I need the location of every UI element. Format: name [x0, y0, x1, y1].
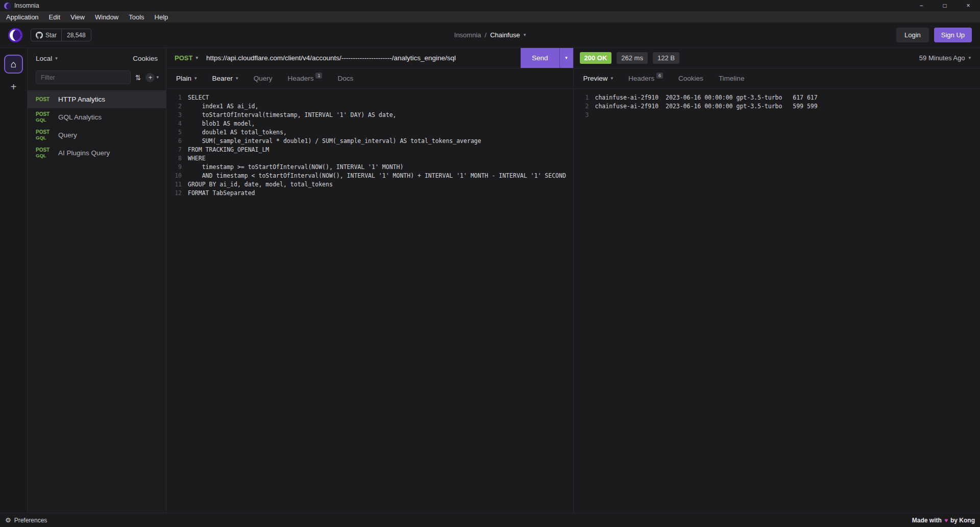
menu-item[interactable]: View: [65, 13, 90, 21]
home-icon: ⌂: [11, 59, 16, 70]
line-number: 3: [166, 111, 188, 119]
tab-label: Query: [254, 75, 273, 82]
method-column: POST: [36, 97, 53, 102]
url-input[interactable]: [203, 48, 521, 68]
line-number: 12: [166, 189, 188, 198]
login-button[interactable]: Login: [896, 28, 929, 42]
line-number: 8: [166, 154, 188, 163]
tab-badge: 1: [315, 73, 322, 79]
code-line: 11 GROUP BY ai_id, date, model, total_to…: [166, 180, 573, 189]
request-list-item[interactable]: POST GQL GQL Analytics: [28, 108, 166, 126]
code-line: 3 toStartOfInterval(timestamp, INTERVAL …: [166, 111, 573, 119]
chevron-down-icon: ▾: [565, 56, 568, 60]
maximize-icon[interactable]: □: [933, 0, 957, 11]
method-label: POST: [36, 129, 53, 135]
plus-icon: +: [11, 81, 17, 92]
close-icon[interactable]: ×: [957, 0, 980, 11]
code-text: FROM TRACKING_OPENAI_LM: [188, 146, 269, 154]
code-text: index1 AS ai_id,: [188, 102, 258, 111]
tab-label: Preview: [583, 75, 608, 82]
line-number: 6: [166, 137, 188, 146]
request-list-item[interactable]: POST HTTP Analytics: [28, 90, 166, 108]
request-tab[interactable]: Docs: [330, 68, 361, 88]
tab-label: Cookies: [678, 75, 703, 82]
response-text: chainfuse-ai-2f910 2023-06-16 00:00:00 g…: [595, 102, 818, 111]
chevron-down-icon: ▾: [968, 56, 971, 60]
code-line: 4 blob1 AS model,: [166, 119, 573, 128]
breadcrumb-workspace: Chainfuse: [490, 31, 520, 39]
response-line: 3: [574, 111, 980, 119]
github-icon: [36, 32, 43, 39]
line-number: 9: [166, 163, 188, 172]
minimize-icon[interactable]: −: [910, 0, 933, 11]
code-text: SUM(_sample_interval * double1) / SUM(_s…: [188, 137, 481, 146]
request-list-item[interactable]: POST GQL Query: [28, 126, 166, 144]
window-controls: − □ ×: [910, 0, 980, 11]
request-body-editor[interactable]: 1 SELECT 2 index1 AS ai_id, 3 toStartOfI…: [166, 89, 573, 513]
insomnia-logo-icon: [8, 28, 22, 42]
add-project-button[interactable]: +: [11, 82, 17, 92]
chevron-down-icon: ▾: [194, 76, 197, 81]
filter-row: ⇅ + ▾: [28, 68, 166, 89]
menu-item[interactable]: Help: [150, 13, 174, 21]
star-button[interactable]: Star: [31, 29, 61, 41]
menu-item[interactable]: Tools: [124, 13, 149, 21]
response-line: 2 chainfuse-ai-2f910 2023-06-16 00:00:00…: [574, 102, 980, 111]
response-tab[interactable]: Headers 6: [621, 68, 671, 88]
cookies-button[interactable]: Cookies: [133, 55, 158, 62]
tab-label: Headers: [628, 75, 654, 82]
tab-label: Docs: [337, 75, 353, 82]
response-tab[interactable]: Timeline: [711, 68, 752, 88]
response-body: 1 chainfuse-ai-2f910 2023-06-16 00:00:00…: [574, 89, 980, 513]
header-actions: Login Sign Up: [896, 28, 972, 42]
github-star-widget[interactable]: Star 28,548: [31, 29, 91, 41]
code-line: 7 FROM TRACKING_OPENAI_LM: [166, 146, 573, 154]
insomnia-app: { "icons": { "chevron_down": "▾", "minim…: [0, 0, 980, 527]
breadcrumb[interactable]: Insomnia / Chainfuse ▾: [454, 31, 526, 39]
response-tab[interactable]: Cookies: [671, 68, 711, 88]
code-text: SELECT: [188, 93, 209, 102]
footer: ⚙ Preferences Made with ♥ by Kong: [0, 513, 980, 527]
sort-icon[interactable]: ⇅: [135, 74, 141, 82]
request-tab[interactable]: Plain ▾: [168, 68, 205, 88]
sidebar-top-bar: Local ▾ Cookies: [28, 48, 166, 68]
line-number: 1: [574, 93, 595, 102]
line-number: 7: [166, 146, 188, 154]
preferences-label: Preferences: [14, 517, 47, 524]
filter-input[interactable]: [36, 70, 131, 84]
environment-selector[interactable]: Local ▾: [36, 55, 58, 62]
gql-tag: GQL: [36, 135, 53, 140]
sidebar: Local ▾ Cookies ⇅ + ▾ POST HTTP Analyt: [28, 48, 166, 513]
signup-button[interactable]: Sign Up: [934, 28, 972, 42]
code-text: toStartOfInterval(timestamp, INTERVAL '1…: [188, 111, 397, 119]
method-selector[interactable]: POST ▾: [166, 48, 203, 68]
send-button[interactable]: Send: [521, 48, 559, 68]
menu-item[interactable]: Window: [90, 13, 124, 21]
code-line: 10 AND timestamp < toStartOfInterval(NOW…: [166, 172, 573, 180]
menu-item[interactable]: Application: [1, 13, 44, 21]
request-list-item[interactable]: POST GQL AI Plugins Query: [28, 144, 166, 162]
line-number: 1: [166, 93, 188, 102]
by-kong-text: by Kong: [950, 517, 975, 524]
response-history-dropdown[interactable]: 59 Minutes Ago ▾: [919, 54, 974, 62]
request-tab[interactable]: Query: [246, 68, 280, 88]
menu-item[interactable]: Edit: [44, 13, 65, 21]
response-panel: 200 OK 262 ms 122 B 59 Minutes Ago ▾ Pre…: [574, 48, 980, 513]
chevron-down-icon: ▾: [236, 76, 238, 81]
request-tab[interactable]: Bearer ▾: [205, 68, 246, 88]
menu-bar: Application Edit View Window Tools Help: [0, 11, 980, 22]
chevron-down-icon: ▾: [524, 33, 526, 37]
code-line: 1 SELECT: [166, 93, 573, 102]
response-tab[interactable]: Preview ▾: [576, 68, 621, 88]
add-request-button[interactable]: + ▾: [145, 73, 159, 82]
preferences-button[interactable]: ⚙ Preferences: [5, 516, 47, 524]
method-label: POST: [175, 54, 192, 62]
chevron-down-icon: ▾: [195, 56, 198, 60]
chevron-down-icon: ▾: [611, 76, 614, 81]
response-time-badge: 262 ms: [617, 52, 648, 64]
star-label: Star: [45, 32, 57, 39]
home-button[interactable]: ⌂: [4, 55, 23, 74]
request-tab[interactable]: Headers 1: [280, 68, 330, 88]
send-options-button[interactable]: ▾: [559, 48, 573, 68]
environment-label: Local: [36, 55, 52, 62]
